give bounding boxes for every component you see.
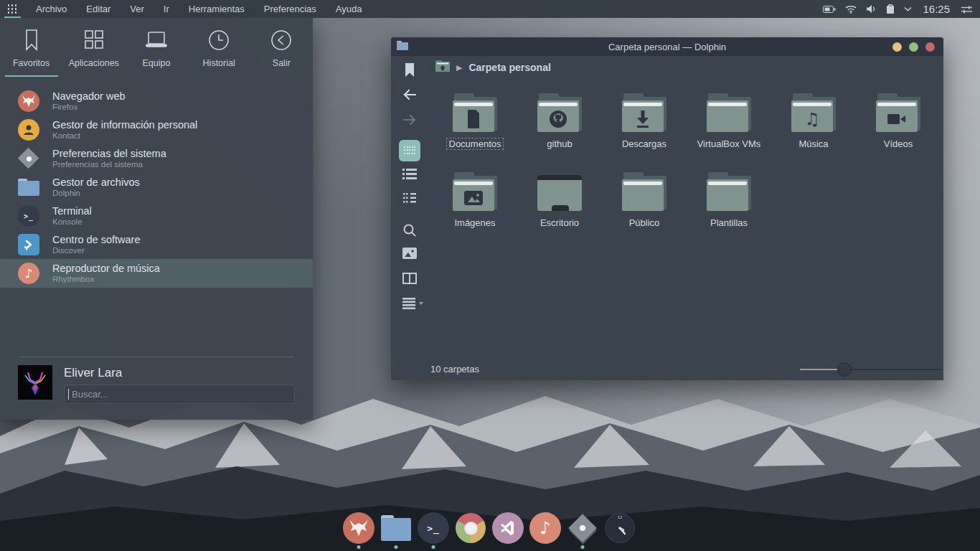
menu-editar[interactable]: Editar bbox=[86, 4, 110, 14]
menu-herramientas[interactable]: Herramientas bbox=[189, 4, 245, 14]
app-item-discover[interactable]: Centro de softwareDiscover bbox=[18, 230, 294, 259]
breadcrumb-chevron-icon: ▶ bbox=[456, 63, 462, 72]
breadcrumb-location[interactable]: Carpeta personal bbox=[468, 62, 550, 73]
menu-ayuda[interactable]: Ayuda bbox=[336, 4, 362, 14]
folder-musica[interactable]: ♫ Música bbox=[771, 77, 856, 156]
tab-label: Salir bbox=[273, 58, 291, 68]
menu-preferencias[interactable]: Preferencias bbox=[264, 4, 316, 14]
icons-view-button-active[interactable] bbox=[399, 140, 420, 161]
menu-archivo[interactable]: Archivo bbox=[36, 4, 67, 14]
folder-imagenes[interactable]: Imágenes bbox=[433, 156, 517, 235]
latte-tweaks-icon[interactable] bbox=[961, 5, 973, 14]
app-title: Gestor de archivos bbox=[52, 176, 140, 189]
battery-icon[interactable] bbox=[823, 5, 836, 14]
folder-virtualbox-vms[interactable]: VirtualBox VMs bbox=[687, 77, 771, 156]
app-subtitle: Kontact bbox=[52, 131, 197, 141]
app-item-systemsettings[interactable]: Preferencias del sistemaPreferencias del… bbox=[18, 144, 294, 173]
global-menubar: Archivo Editar Ver Ir Herramientas Prefe… bbox=[0, 0, 980, 18]
folder-escritorio[interactable]: Escritorio bbox=[517, 156, 602, 235]
minimize-button[interactable] bbox=[892, 42, 902, 52]
folder-icon-music: ♫ bbox=[791, 93, 836, 132]
folder-grid: Documentos github Descargas bbox=[428, 77, 941, 235]
dock: >_ ♪ 12 bbox=[343, 511, 636, 551]
system-tray: 16:25 bbox=[823, 3, 980, 15]
tab-label: Equipo bbox=[143, 58, 171, 68]
window-title: Carpeta personal — Dolphin bbox=[391, 42, 943, 52]
search-input[interactable] bbox=[64, 385, 295, 404]
window-titlebar[interactable]: Carpeta personal — Dolphin bbox=[391, 37, 943, 56]
folder-github[interactable]: github bbox=[517, 77, 602, 156]
split-view-button[interactable] bbox=[402, 273, 417, 287]
app-subtitle: Rhythmbox bbox=[52, 275, 160, 284]
app-item-kontact[interactable]: Gestor de información personalKontact bbox=[18, 116, 294, 144]
folder-publico[interactable]: Público bbox=[602, 156, 687, 235]
status-text: 10 carpetas bbox=[430, 364, 479, 375]
tab-aplicaciones[interactable]: Aplicaciones bbox=[62, 29, 125, 77]
clipboard-icon[interactable] bbox=[886, 4, 895, 14]
kontact-icon bbox=[18, 119, 39, 141]
music-player-icon: ♪ bbox=[18, 263, 39, 284]
vscode-icon bbox=[492, 512, 524, 544]
dock-clock[interactable]: 12 bbox=[604, 511, 636, 551]
global-menu-items: Archivo Editar Ver Ir Herramientas Prefe… bbox=[36, 4, 362, 14]
chromium-icon bbox=[456, 513, 486, 543]
app-item-konsole[interactable]: >_ TerminalKonsole bbox=[18, 202, 294, 230]
wifi-icon[interactable] bbox=[845, 5, 857, 14]
app-launcher-button[interactable] bbox=[0, 0, 24, 18]
forward-button[interactable] bbox=[402, 113, 417, 129]
list-view-button[interactable] bbox=[402, 168, 417, 182]
menu-ver[interactable]: Ver bbox=[130, 4, 144, 14]
tab-salir[interactable]: Salir bbox=[250, 29, 313, 77]
firefox-icon bbox=[18, 90, 39, 112]
app-title: Reproductor de música bbox=[52, 263, 160, 275]
close-button[interactable] bbox=[925, 42, 935, 52]
folder-descargas[interactable]: Descargas bbox=[602, 77, 687, 156]
folder-label: Público bbox=[629, 217, 660, 228]
desktop-icon bbox=[537, 172, 582, 211]
running-indicator bbox=[432, 545, 435, 549]
search-button[interactable] bbox=[402, 223, 417, 240]
compact-view-button[interactable] bbox=[402, 192, 417, 207]
tab-equipo[interactable]: Equipo bbox=[125, 29, 187, 77]
folder-icon-video bbox=[876, 93, 920, 132]
firefox-icon bbox=[343, 512, 374, 544]
dock-chromium[interactable] bbox=[455, 511, 486, 551]
clock[interactable]: 16:25 bbox=[923, 3, 950, 15]
terminal-icon: >_ bbox=[18, 205, 39, 227]
dock-firefox[interactable] bbox=[343, 511, 374, 551]
dock-file-manager[interactable] bbox=[380, 511, 412, 551]
app-item-firefox[interactable]: Navegador webFirefox bbox=[18, 87, 294, 116]
folder-label: Vídeos bbox=[884, 138, 913, 149]
tab-historial[interactable]: Historial bbox=[188, 29, 250, 77]
zoom-slider[interactable] bbox=[800, 359, 941, 380]
folder-icon-github bbox=[537, 93, 582, 132]
maximize-button[interactable] bbox=[909, 42, 918, 52]
volume-icon[interactable] bbox=[866, 4, 877, 14]
dock-terminal[interactable]: >_ bbox=[418, 511, 449, 551]
folder-videos[interactable]: Vídeos bbox=[856, 77, 941, 156]
dock-rhythmbox[interactable]: ♪ bbox=[529, 511, 561, 551]
preview-button[interactable] bbox=[402, 248, 417, 262]
menu-button[interactable] bbox=[402, 298, 424, 312]
user-avatar[interactable] bbox=[18, 365, 52, 400]
menu-ir[interactable]: Ir bbox=[164, 4, 169, 14]
zoom-slider-thumb[interactable] bbox=[837, 362, 852, 377]
favorites-list: Navegador webFirefox Gestor de informaci… bbox=[0, 87, 313, 288]
folder-icon-plain bbox=[707, 172, 751, 211]
folder-documentos[interactable]: Documentos bbox=[433, 77, 517, 156]
folder-plantillas[interactable]: Plantillas bbox=[687, 156, 771, 235]
tab-favoritos[interactable]: Favoritos bbox=[0, 29, 62, 77]
home-folder-icon[interactable] bbox=[435, 60, 450, 75]
app-item-rhythmbox[interactable]: ♪ Reproductor de músicaRhythmbox bbox=[0, 259, 313, 288]
folder-label: Escritorio bbox=[540, 217, 579, 228]
back-button[interactable] bbox=[402, 88, 417, 104]
places-bookmark-icon[interactable] bbox=[402, 62, 417, 81]
app-title: Gestor de información personal bbox=[52, 119, 197, 131]
app-title: Navegador web bbox=[52, 90, 126, 103]
folder-label: Documentos bbox=[446, 138, 504, 150]
dock-vscode[interactable] bbox=[492, 511, 524, 551]
app-item-dolphin[interactable]: Gestor de archivosDolphin bbox=[18, 173, 294, 202]
zoom-slider-track bbox=[844, 369, 941, 370]
tray-expander-chevron-icon[interactable] bbox=[904, 6, 912, 11]
dock-system-settings[interactable] bbox=[567, 511, 598, 551]
